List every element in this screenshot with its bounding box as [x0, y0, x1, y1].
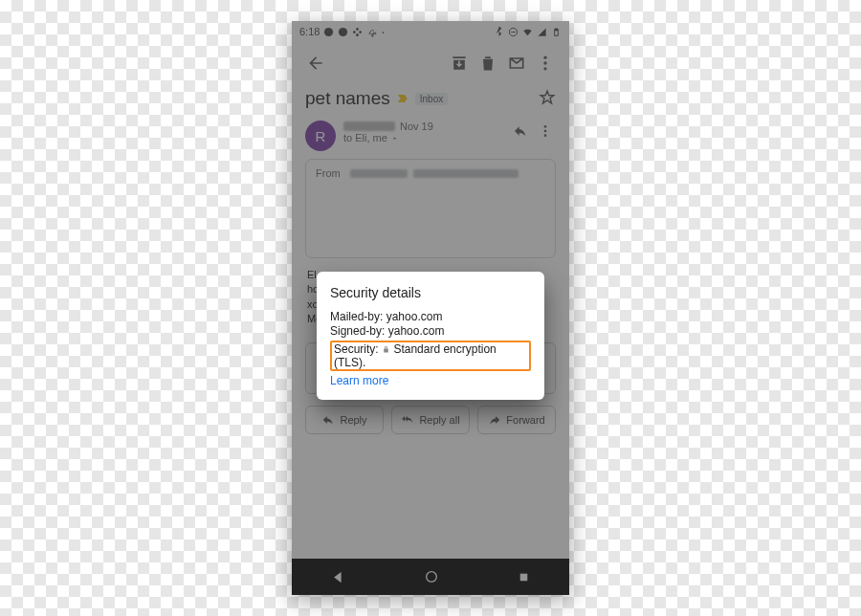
signed-by-line: Signed-by: yahoo.com — [330, 324, 531, 338]
learn-more-link[interactable]: Learn more — [330, 374, 531, 387]
phone-frame: 6:18 · — [292, 21, 569, 595]
security-details-dialog: Security details Mailed-by: yahoo.com Si… — [317, 272, 544, 400]
mailed-by-line: Mailed-by: yahoo.com — [330, 310, 531, 323]
security-line-highlight: Security: Standard encryption (TLS). — [330, 341, 531, 371]
security-label: Security: — [334, 342, 379, 356]
checkerboard-background: 6:18 · — [0, 0, 861, 616]
lock-icon — [382, 342, 390, 356]
dialog-title: Security details — [330, 285, 531, 300]
